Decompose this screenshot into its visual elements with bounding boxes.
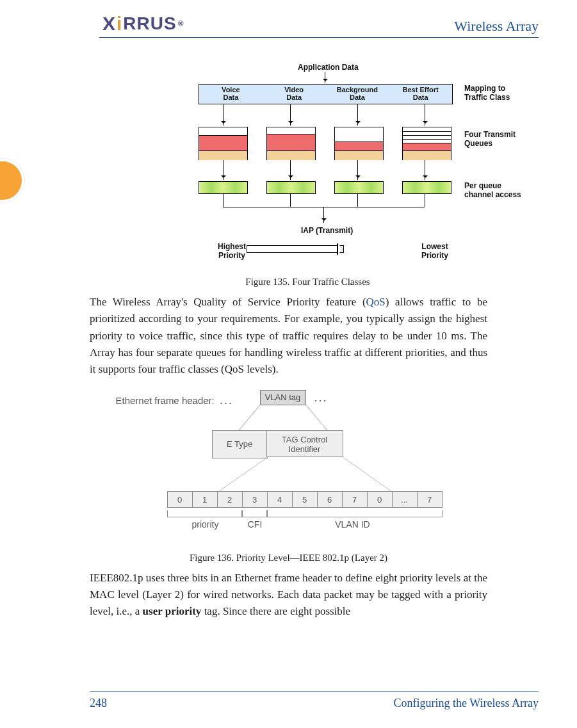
arrow-down-icon xyxy=(223,104,223,125)
arrow-down-icon xyxy=(323,207,324,223)
bits-row: 0 1 2 3 4 5 6 7 0 ... 7 xyxy=(167,491,443,508)
bracket-icon xyxy=(167,510,242,517)
iap-label: IAP (Transmit) xyxy=(301,226,353,235)
priority-sublabel: priority xyxy=(180,519,231,530)
arrow-down-icon xyxy=(425,160,425,180)
line-icon xyxy=(343,458,391,491)
figure-136: Ethernet frame header: ... VLAN tag ... … xyxy=(116,389,462,549)
figure-136-caption: Figure 136. Priority Level—IEEE 802.1p (… xyxy=(38,553,539,563)
arrow-right-icon xyxy=(247,245,344,253)
dots-icon: ... xyxy=(314,391,328,405)
channel-access-row xyxy=(199,181,451,194)
page: XiRRUS® Wireless Array Application Data … xyxy=(0,0,577,728)
footer-section-title: Configuring the Wireless Array xyxy=(394,697,539,710)
line-icon xyxy=(357,194,358,207)
paragraph-8021p: IEEE802.1p uses three bits in an Etherne… xyxy=(90,570,487,620)
footer-rule xyxy=(90,692,539,692)
vlanid-sublabel: VLAN ID xyxy=(321,519,385,530)
line-icon xyxy=(218,458,266,491)
traffic-class-row: VoiceData VideoData BackgroundData Best … xyxy=(199,84,453,104)
side-tab-icon xyxy=(0,159,24,202)
bracket-icon xyxy=(242,510,267,517)
vlan-tag-box: VLAN tag xyxy=(260,390,306,405)
bracket-icon xyxy=(267,510,443,517)
line-icon xyxy=(290,194,291,207)
qos-link[interactable]: QoS xyxy=(366,296,386,308)
line-icon xyxy=(425,194,425,207)
arrow-down-icon xyxy=(325,72,325,83)
etype-box: E Type xyxy=(212,430,268,458)
tci-box: TAG ControlIdentifier xyxy=(266,430,343,457)
cfi-sublabel: CFI xyxy=(244,519,266,530)
transmit-queues xyxy=(199,127,451,159)
page-number: 248 xyxy=(90,697,107,710)
figure-135-caption: Figure 135. Four Traffic Classes xyxy=(77,277,539,287)
arrow-down-icon xyxy=(357,160,358,180)
line-icon xyxy=(238,405,261,430)
header-rule xyxy=(99,37,539,38)
arrow-down-icon xyxy=(290,160,291,180)
paragraph-qos: The Wireless Array's Quality of Service … xyxy=(90,294,487,378)
arrow-down-icon xyxy=(290,104,291,125)
line-icon xyxy=(223,194,223,207)
arrow-down-icon xyxy=(223,160,223,180)
figure-135: Application Data VoiceData VideoData Bac… xyxy=(163,63,573,274)
arrow-down-icon xyxy=(357,104,358,125)
arrow-down-icon xyxy=(425,104,425,125)
brand-logo: XiRRUS® xyxy=(102,13,184,35)
app-data-label: Application Data xyxy=(298,63,359,72)
doc-title: Wireless Array xyxy=(454,18,539,35)
ethernet-header-label: Ethernet frame header: ... xyxy=(116,394,234,407)
line-icon xyxy=(305,405,328,430)
